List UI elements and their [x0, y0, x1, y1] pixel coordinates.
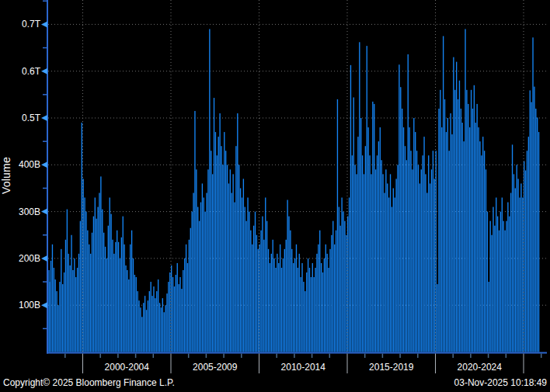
volume-bar: [484, 151, 485, 352]
volume-bar: [221, 146, 221, 352]
volume-bar: [306, 272, 307, 352]
volume-bar: [108, 226, 109, 352]
volume-bar: [461, 109, 461, 352]
volume-bar: [278, 263, 279, 352]
volume-bar: [174, 286, 175, 352]
volume-bar: [371, 174, 371, 352]
volume-bar: [288, 217, 289, 352]
volume-bar: [339, 207, 339, 352]
volume-bar: [291, 249, 292, 352]
volume-bar: [416, 151, 417, 352]
volume-bar: [280, 245, 280, 352]
volume-bar: [215, 132, 216, 352]
volume-bar: [328, 268, 329, 352]
volume-bar: [144, 296, 145, 352]
volume-bar: [277, 254, 277, 352]
volume-bar: [430, 183, 430, 352]
volume-bar: [525, 171, 526, 352]
volume-bar: [324, 258, 325, 352]
y-tick-arrow: [41, 21, 47, 27]
timestamp-text: 03-Nov-2025 10:18:49: [454, 376, 547, 390]
volume-bar: [117, 231, 117, 352]
volume-bar: [196, 169, 197, 352]
volume-bar: [202, 183, 203, 352]
volume-bar: [293, 263, 294, 352]
volume-bar: [444, 99, 445, 352]
volume-bar: [110, 198, 110, 352]
volume-bar: [80, 221, 81, 352]
volume-bar: [102, 210, 103, 352]
volume-bar: [350, 65, 351, 352]
volume-bar: [482, 137, 483, 352]
volume-bar: [172, 277, 173, 352]
volume-bar: [456, 62, 457, 352]
volume-bar: [381, 160, 382, 352]
volume-bar: [443, 36, 444, 352]
volume-bar: [128, 279, 129, 352]
volume-bar: [231, 193, 232, 352]
volume-bar: [89, 245, 89, 352]
volume-bar: [406, 160, 407, 352]
volume-bar: [537, 117, 538, 352]
volume-bar: [353, 97, 354, 352]
volume-bar: [403, 127, 404, 352]
y-tick-label: 0.6T: [0, 66, 40, 77]
volume-bar: [77, 268, 78, 352]
bloomberg-terminal-chart-window: Volume 100B200B300B400B0.5T0.6T0.7T 2000…: [0, 0, 550, 392]
volume-bar: [517, 179, 518, 352]
volume-bar: [400, 87, 401, 352]
volume-bar: [472, 109, 473, 352]
volume-bar: [332, 221, 333, 352]
volume-bar: [169, 272, 170, 352]
volume-bar: [476, 104, 477, 352]
volume-bar: [256, 235, 257, 352]
volume-bar: [56, 291, 57, 352]
volume-bar: [268, 249, 269, 352]
volume-bar: [354, 165, 355, 352]
volume-bar: [365, 146, 366, 352]
volume-bar: [143, 303, 144, 352]
volume-bar: [199, 221, 200, 352]
volume-bar: [138, 300, 139, 352]
volume-bar: [410, 151, 411, 352]
volume-bar: [413, 118, 414, 352]
volume-bar: [125, 265, 126, 352]
volume-bar: [360, 118, 361, 352]
volume-bar: [118, 242, 119, 352]
volume-bar: [481, 155, 482, 352]
volume-bar: [392, 207, 392, 352]
volume-bar: [255, 212, 256, 352]
volume-bar: [283, 258, 284, 352]
volume-bar: [433, 151, 433, 352]
y-axis-title: Volume: [0, 151, 12, 199]
volume-bar: [528, 137, 529, 352]
volume-bar: [425, 174, 426, 352]
volume-bar: [334, 245, 335, 352]
x-section-label: 2020-2024: [444, 362, 514, 373]
volume-bar: [409, 127, 409, 352]
volume-bar: [75, 277, 76, 352]
volume-bar: [367, 127, 368, 352]
volume-bar: [127, 270, 127, 352]
volume-bar: [237, 113, 238, 352]
volume-bar: [299, 254, 300, 352]
volume-bar: [434, 179, 435, 352]
volume-bar: [494, 226, 495, 352]
volume-bar: [253, 226, 254, 352]
volume-bar: [232, 174, 233, 352]
volume-bar: [513, 174, 514, 352]
volume-bar: [161, 307, 162, 352]
volume-bar: [465, 29, 465, 352]
volume-bar: [497, 217, 498, 352]
y-tick-label: 100B: [0, 300, 40, 310]
volume-bar-chart[interactable]: [0, 0, 550, 392]
volume-bar: [422, 155, 423, 352]
x-section-label: 2010-2014: [268, 362, 338, 373]
volume-bar: [85, 212, 86, 352]
volume-bar: [190, 228, 191, 352]
volume-bar: [189, 240, 190, 352]
volume-bar: [262, 217, 263, 352]
volume-bar: [204, 198, 204, 352]
volume-bar: [273, 258, 274, 352]
volume-bar: [187, 263, 188, 352]
